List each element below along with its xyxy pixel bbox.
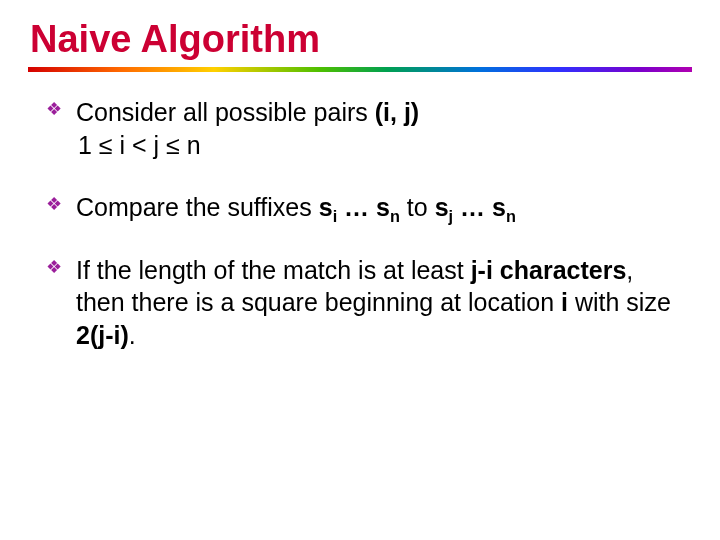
b1-text: Consider all possible pairs: [76, 98, 375, 126]
slide: Naive Algorithm Consider all possible pa…: [0, 0, 720, 540]
b2-si: si … sn: [319, 193, 400, 221]
b2-sj: sj … sn: [435, 193, 516, 221]
b3-dot: .: [129, 321, 136, 349]
b3-loc: i: [561, 288, 568, 316]
bullet-item-2: Compare the suffixes si … sn to sj … sn: [46, 191, 686, 224]
rainbow-divider: [28, 67, 692, 72]
bullet-list: Consider all possible pairs (i, j) 1 ≤ i…: [28, 96, 692, 351]
b1-constraint: 1 ≤ i < j ≤ n: [76, 129, 686, 162]
bullet-item-3: If the length of the match is at least j…: [46, 254, 686, 352]
b3-ji: j-i characters: [471, 256, 627, 284]
b3-size: 2(j-i): [76, 321, 129, 349]
b3-t1: If the length of the match is at least: [76, 256, 471, 284]
bullet-item-1: Consider all possible pairs (i, j) 1 ≤ i…: [46, 96, 686, 161]
b3-t3: with size: [568, 288, 671, 316]
b1-pair: (i, j): [375, 98, 419, 126]
b2-to: to: [400, 193, 435, 221]
b2-t1: Compare the suffixes: [76, 193, 319, 221]
page-title: Naive Algorithm: [30, 18, 692, 61]
